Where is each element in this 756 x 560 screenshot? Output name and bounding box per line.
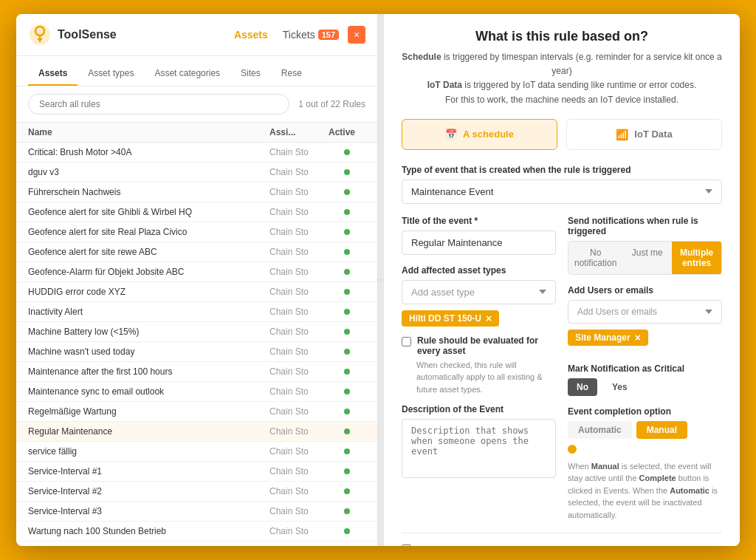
rule-assi: Chain Sto bbox=[269, 167, 329, 177]
app-name: ToolSense bbox=[58, 28, 234, 41]
notif-btn-just-me[interactable]: Just me bbox=[622, 242, 672, 274]
rule-row[interactable]: Wartung nach 100 Stunden Betrieb Chain S… bbox=[16, 522, 377, 542]
rule-row[interactable]: Machine Battery low (<15%) Chain Sto bbox=[16, 322, 377, 342]
completion-radio[interactable] bbox=[568, 445, 577, 454]
rule-assi: Chain Sto bbox=[269, 207, 329, 217]
asset-tag-close[interactable]: × bbox=[486, 313, 492, 324]
event-desc-textarea[interactable] bbox=[402, 419, 556, 478]
site-tag-close[interactable]: × bbox=[635, 332, 641, 343]
rule-name: Critical: Brush Motor >40A bbox=[28, 147, 269, 157]
rule-name: Wartung nach 100 Stunden Betrieb bbox=[28, 526, 269, 536]
rule-assi: Chain Sto bbox=[269, 466, 329, 477]
rule-row[interactable]: Working hours alert for Asset #312aa Cha… bbox=[16, 542, 377, 546]
rule-name: Geofence-Alarm für Objekt Jobsite ABC bbox=[28, 267, 269, 277]
onetime-section: One-time event If you check this option,… bbox=[402, 533, 722, 546]
notif-btn-multiple[interactable]: Multiple entries bbox=[672, 242, 721, 274]
rule-row[interactable]: Regelmäßige Wartung Chain Sto bbox=[16, 402, 377, 422]
subnav-asset-categories[interactable]: Asset categories bbox=[144, 62, 230, 86]
rule-row[interactable]: service fällig Chain Sto bbox=[16, 442, 377, 462]
every-asset-checkbox[interactable] bbox=[402, 337, 411, 346]
rule-active-indicator bbox=[329, 249, 365, 255]
search-input[interactable] bbox=[28, 94, 289, 115]
users-select[interactable]: Add Users or emails bbox=[568, 300, 722, 324]
rule-assi: Chain Sto bbox=[269, 346, 329, 357]
rule-row[interactable]: Machine wasn't used today Chain Sto bbox=[16, 342, 377, 362]
rule-row[interactable]: Geofence alert for site rewe ABC Chain S… bbox=[16, 242, 377, 262]
rule-assi: Chain Sto bbox=[269, 446, 329, 457]
rule-active-indicator bbox=[329, 468, 365, 474]
rule-name: Service-Interval #3 bbox=[28, 506, 269, 516]
rule-row[interactable]: Critical: Brush Motor >40A Chain Sto bbox=[16, 143, 377, 163]
rule-assi: Chain Sto bbox=[269, 327, 329, 337]
trigger-schedule-btn[interactable]: 📅 A schedule bbox=[402, 119, 557, 150]
toggle-yes-btn[interactable]: Yes bbox=[603, 378, 636, 396]
completion-automatic-btn[interactable]: Automatic bbox=[568, 421, 632, 439]
two-col-layout: Title of the event * Add affected asset … bbox=[402, 216, 722, 522]
rule-name: HUDDIG error code XYZ bbox=[28, 287, 269, 297]
rule-active-indicator bbox=[329, 349, 365, 355]
rule-row[interactable]: Geofence alert for site Real Plaza Civic… bbox=[16, 222, 377, 242]
active-dot bbox=[344, 149, 350, 155]
rule-row[interactable]: Geofence alert for site Ghibli & Wirbel … bbox=[16, 202, 377, 222]
nav-assets[interactable]: Assets bbox=[234, 29, 268, 41]
rule-row[interactable]: Inactivity Alert Chain Sto bbox=[16, 302, 377, 322]
rule-assi: Chain Sto bbox=[269, 526, 329, 536]
event-type-select[interactable]: Maintenance Event Inspection Event Repai… bbox=[402, 180, 722, 204]
rule-row[interactable]: Service-Interval #3 Chain Sto bbox=[16, 502, 377, 522]
schedule-icon: 📅 bbox=[445, 129, 457, 140]
trigger-buttons: 📅 A schedule 📶 IoT Data bbox=[402, 119, 722, 150]
rule-row[interactable]: Maintenance sync to email outlook Chain … bbox=[16, 382, 377, 402]
right-panel: What is this rule based on? Schedule is … bbox=[384, 14, 740, 546]
rule-active-indicator bbox=[329, 169, 365, 175]
rule-assi: Chain Sto bbox=[269, 486, 329, 496]
resize-handle[interactable]: ⋮ bbox=[378, 14, 384, 546]
rule-assi: Chain Sto bbox=[269, 426, 329, 437]
onetime-checkbox[interactable] bbox=[402, 544, 411, 546]
active-dot bbox=[344, 349, 350, 355]
rule-name: Geofence alert for site rewe ABC bbox=[28, 247, 269, 257]
rule-row[interactable]: Geofence-Alarm für Objekt Jobsite ABC Ch… bbox=[16, 262, 377, 282]
rule-assi: Chain Sto bbox=[269, 406, 329, 417]
title-input[interactable] bbox=[402, 231, 556, 255]
rule-name: Maintenance after the first 100 hours bbox=[28, 366, 269, 377]
rule-row[interactable]: Service-Interval #2 Chain Sto bbox=[16, 482, 377, 502]
subnav-rese[interactable]: Rese bbox=[271, 62, 312, 86]
subnav-asset-types[interactable]: Asset types bbox=[78, 62, 144, 86]
rule-row[interactable]: Führerschein Nachweis Chain Sto bbox=[16, 182, 377, 202]
rule-assi: Chain Sto bbox=[269, 287, 329, 297]
rule-name: Regular Maintenance bbox=[28, 426, 269, 437]
trigger-iot-btn[interactable]: 📶 IoT Data bbox=[566, 119, 722, 150]
rule-row[interactable]: Maintenance after the first 100 hours Ch… bbox=[16, 362, 377, 382]
active-dot bbox=[344, 409, 350, 414]
active-dot bbox=[344, 468, 350, 474]
col-left: Title of the event * Add affected asset … bbox=[402, 216, 556, 522]
asset-tags: Hilti DD ST 150-U × bbox=[402, 310, 556, 327]
active-dot bbox=[344, 269, 350, 275]
asset-type-select[interactable]: Add asset type bbox=[402, 280, 556, 304]
rule-assi: Chain Sto bbox=[269, 187, 329, 197]
subnav-assets[interactable]: Assets bbox=[28, 62, 78, 86]
subnav-sites[interactable]: Sites bbox=[230, 62, 271, 86]
user-tags: Site Manager × bbox=[568, 329, 722, 355]
active-dot bbox=[344, 309, 350, 315]
rule-active-indicator bbox=[329, 149, 365, 155]
panel-title: What is this rule based on? bbox=[402, 29, 722, 44]
rule-active-indicator bbox=[329, 389, 365, 395]
rule-name: dguv v3 bbox=[28, 167, 269, 177]
rule-row[interactable]: dguv v3 Chain Sto bbox=[16, 163, 377, 182]
nav-tickets[interactable]: Tickets 157 bbox=[283, 29, 339, 41]
rule-assi: Chain Sto bbox=[269, 386, 329, 397]
toggle-no-btn[interactable]: No bbox=[568, 378, 597, 396]
rule-assi: Chain Sto bbox=[269, 227, 329, 237]
rule-row[interactable]: HUDDIG error code XYZ Chain Sto bbox=[16, 282, 377, 302]
rule-name: Service-Interval #2 bbox=[28, 486, 269, 496]
completion-manual-btn[interactable]: Manual bbox=[636, 421, 687, 439]
notif-btn-none[interactable]: No notification bbox=[568, 242, 622, 274]
rule-row[interactable]: Regular Maintenance Chain Sto bbox=[16, 422, 377, 442]
close-button[interactable]: × bbox=[348, 26, 365, 44]
rule-row[interactable]: Service-Interval #1 Chain Sto bbox=[16, 462, 377, 482]
completion-buttons: Automatic Manual bbox=[568, 421, 722, 439]
active-dot bbox=[344, 209, 350, 215]
rule-name: Service-Interval #1 bbox=[28, 466, 269, 477]
rule-active-indicator bbox=[329, 428, 365, 434]
